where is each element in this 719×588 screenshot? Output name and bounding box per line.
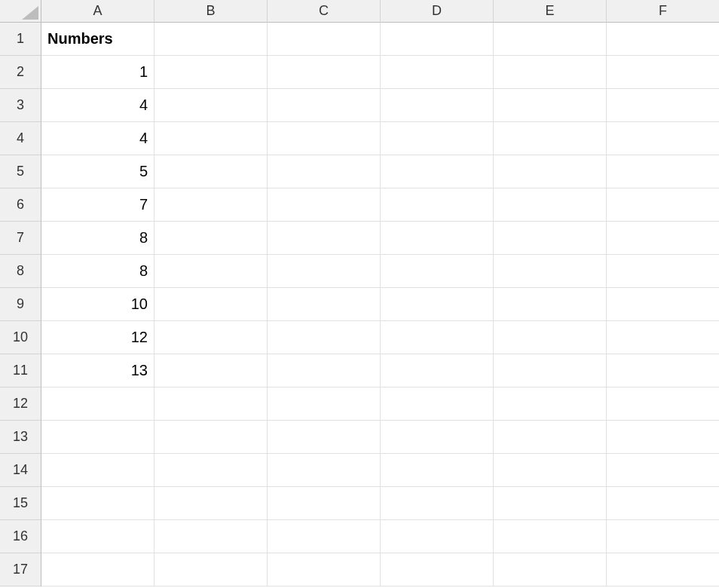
cell-B11[interactable] xyxy=(155,354,268,387)
cell-C6[interactable] xyxy=(268,188,381,222)
cell-B2[interactable] xyxy=(155,56,268,89)
cell-A16[interactable] xyxy=(41,520,155,553)
cell-B16[interactable] xyxy=(155,520,268,553)
cell-E8[interactable] xyxy=(494,255,607,288)
cell-C16[interactable] xyxy=(268,520,381,553)
cell-B7[interactable] xyxy=(155,222,268,255)
cell-A4[interactable]: 4 xyxy=(41,122,155,155)
cell-B5[interactable] xyxy=(155,155,268,188)
cell-C8[interactable] xyxy=(268,255,381,288)
cell-A15[interactable] xyxy=(41,487,155,520)
cell-E10[interactable] xyxy=(494,321,607,354)
cell-F5[interactable] xyxy=(607,155,719,188)
cell-C9[interactable] xyxy=(268,288,381,321)
col-header-E[interactable]: E xyxy=(494,0,607,23)
cell-E6[interactable] xyxy=(494,188,607,222)
cell-F9[interactable] xyxy=(607,288,719,321)
cell-D5[interactable] xyxy=(381,155,494,188)
cell-D1[interactable] xyxy=(381,23,494,56)
cell-B14[interactable] xyxy=(155,454,268,487)
cell-F7[interactable] xyxy=(607,222,719,255)
cell-E1[interactable] xyxy=(494,23,607,56)
cell-C14[interactable] xyxy=(268,454,381,487)
cell-D6[interactable] xyxy=(381,188,494,222)
row-header-16[interactable]: 16 xyxy=(0,520,41,553)
cell-B4[interactable] xyxy=(155,122,268,155)
cell-B1[interactable] xyxy=(155,23,268,56)
row-header-11[interactable]: 11 xyxy=(0,354,41,387)
row-header-14[interactable]: 14 xyxy=(0,454,41,487)
row-header-7[interactable]: 7 xyxy=(0,222,41,255)
cell-D7[interactable] xyxy=(381,222,494,255)
cell-B8[interactable] xyxy=(155,255,268,288)
cell-E7[interactable] xyxy=(494,222,607,255)
cell-F10[interactable] xyxy=(607,321,719,354)
cell-E9[interactable] xyxy=(494,288,607,321)
cell-D17[interactable] xyxy=(381,553,494,586)
cell-D12[interactable] xyxy=(381,387,494,421)
cell-A7[interactable]: 8 xyxy=(41,222,155,255)
cell-A6[interactable]: 7 xyxy=(41,188,155,222)
cell-D16[interactable] xyxy=(381,520,494,553)
cell-F16[interactable] xyxy=(607,520,719,553)
row-header-9[interactable]: 9 xyxy=(0,288,41,321)
cell-E13[interactable] xyxy=(494,421,607,454)
row-header-1[interactable]: 1 xyxy=(0,23,41,56)
cell-B15[interactable] xyxy=(155,487,268,520)
row-header-13[interactable]: 13 xyxy=(0,421,41,454)
cell-F13[interactable] xyxy=(607,421,719,454)
col-header-D[interactable]: D xyxy=(381,0,494,23)
cell-B12[interactable] xyxy=(155,387,268,421)
cell-F14[interactable] xyxy=(607,454,719,487)
cell-A13[interactable] xyxy=(41,421,155,454)
cell-A12[interactable] xyxy=(41,387,155,421)
cell-F2[interactable] xyxy=(607,56,719,89)
cell-A9[interactable]: 10 xyxy=(41,288,155,321)
cell-D10[interactable] xyxy=(381,321,494,354)
cell-A1[interactable]: Numbers xyxy=(41,23,155,56)
cell-D15[interactable] xyxy=(381,487,494,520)
row-header-5[interactable]: 5 xyxy=(0,155,41,188)
select-all-corner[interactable] xyxy=(0,0,41,23)
cell-C7[interactable] xyxy=(268,222,381,255)
cell-E2[interactable] xyxy=(494,56,607,89)
cell-C15[interactable] xyxy=(268,487,381,520)
cell-A14[interactable] xyxy=(41,454,155,487)
cell-F1[interactable] xyxy=(607,23,719,56)
cell-E4[interactable] xyxy=(494,122,607,155)
cell-F12[interactable] xyxy=(607,387,719,421)
cell-D3[interactable] xyxy=(381,89,494,122)
cell-A8[interactable]: 8 xyxy=(41,255,155,288)
cell-F6[interactable] xyxy=(607,188,719,222)
row-header-3[interactable]: 3 xyxy=(0,89,41,122)
row-header-4[interactable]: 4 xyxy=(0,122,41,155)
cell-C13[interactable] xyxy=(268,421,381,454)
row-header-12[interactable]: 12 xyxy=(0,387,41,421)
cell-E17[interactable] xyxy=(494,553,607,586)
cell-B13[interactable] xyxy=(155,421,268,454)
cell-E16[interactable] xyxy=(494,520,607,553)
cell-F11[interactable] xyxy=(607,354,719,387)
cell-E11[interactable] xyxy=(494,354,607,387)
cell-A3[interactable]: 4 xyxy=(41,89,155,122)
col-header-F[interactable]: F xyxy=(607,0,719,23)
cell-D14[interactable] xyxy=(381,454,494,487)
cell-A17[interactable] xyxy=(41,553,155,586)
cell-D8[interactable] xyxy=(381,255,494,288)
cell-A5[interactable]: 5 xyxy=(41,155,155,188)
cell-E5[interactable] xyxy=(494,155,607,188)
row-header-15[interactable]: 15 xyxy=(0,487,41,520)
cell-A2[interactable]: 1 xyxy=(41,56,155,89)
cell-E15[interactable] xyxy=(494,487,607,520)
cell-D9[interactable] xyxy=(381,288,494,321)
cell-B10[interactable] xyxy=(155,321,268,354)
row-header-2[interactable]: 2 xyxy=(0,56,41,89)
row-header-6[interactable]: 6 xyxy=(0,188,41,222)
col-header-B[interactable]: B xyxy=(155,0,268,23)
cell-C5[interactable] xyxy=(268,155,381,188)
cell-D4[interactable] xyxy=(381,122,494,155)
cell-C12[interactable] xyxy=(268,387,381,421)
cell-B9[interactable] xyxy=(155,288,268,321)
cell-B17[interactable] xyxy=(155,553,268,586)
cell-F17[interactable] xyxy=(607,553,719,586)
